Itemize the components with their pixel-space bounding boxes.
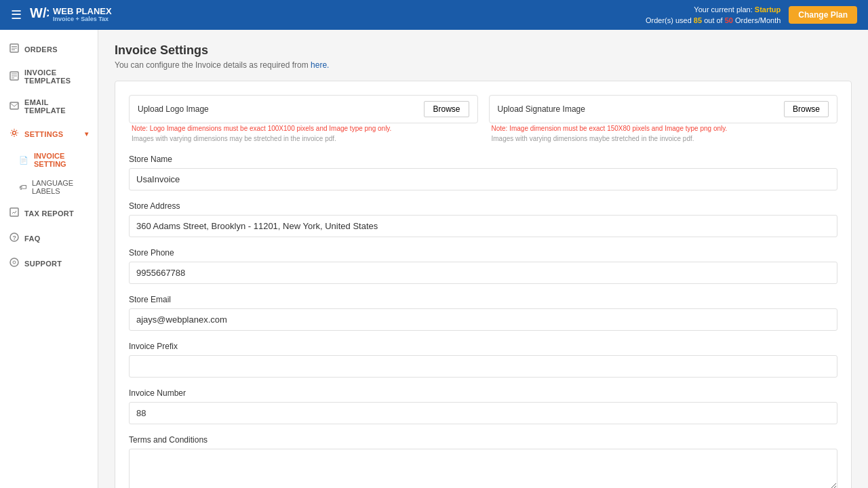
email-template-icon [9, 101, 19, 113]
browse-signature-button[interactable]: Browse [784, 101, 829, 117]
store-name-input[interactable] [129, 168, 837, 190]
store-address-input[interactable] [129, 215, 837, 237]
logo-upload-box: Upload Logo Image Browse [129, 95, 478, 123]
logo-note-red: Note: Logo Image dimensions must be exac… [132, 125, 391, 132]
faq-label: FAQ [24, 235, 41, 243]
layout: ORDERS INVOICE TEMPLATES EMAIL TEMPLATE … [0, 30, 868, 488]
logo-upload-note: Note: Logo Image dimensions must be exac… [129, 123, 478, 144]
store-email-input[interactable] [129, 308, 837, 331]
settings-label: SETTINGS [24, 130, 63, 138]
invoice-templates-label: INVOICE TEMPLATES [24, 68, 88, 85]
page-subtitle: You can configure the Invoice details as… [115, 60, 852, 70]
logo-upload-label: Upload Logo Image [138, 104, 209, 114]
signature-upload-box: Upload Signature Image Browse [489, 95, 838, 123]
orders-label: Order(s) used [646, 16, 692, 24]
orders-out-of: out of [704, 16, 723, 24]
store-phone-input[interactable] [129, 262, 837, 284]
sidebar-subitem-language-labels[interactable]: 🏷 LANGUAGE LABELS [0, 174, 98, 201]
orders-icon [9, 43, 19, 55]
invoice-prefix-group: Invoice Prefix [129, 342, 837, 378]
settings-icon [9, 128, 19, 140]
logo-upload-section: Upload Logo Image Browse Note: Logo Imag… [129, 95, 478, 144]
language-labels-label: LANGUAGE LABELS [32, 179, 88, 195]
logo: W/> WEB PLANEX Invoice + Sales Tax [30, 4, 112, 26]
invoice-number-label: Invoice Number [129, 388, 837, 398]
orders-used: 85 [694, 16, 702, 24]
terms-conditions-label: Terms and Conditions [129, 435, 837, 445]
logo-text-top: WEB PLANEX [53, 7, 112, 16]
svg-text:?: ? [13, 235, 17, 241]
store-address-label: Store Address [129, 201, 837, 211]
page-title: Invoice Settings [115, 43, 852, 58]
store-name-label: Store Name [129, 155, 837, 164]
store-email-group: Store Email [129, 295, 837, 331]
logo-icon: W/> [30, 4, 49, 26]
upload-row: Upload Logo Image Browse Note: Logo Imag… [129, 95, 837, 144]
plan-info: Your current plan: Startup Order(s) used… [646, 4, 781, 26]
signature-upload-section: Upload Signature Image Browse Note: Imag… [489, 95, 838, 144]
svg-point-14 [10, 258, 18, 266]
support-icon [9, 258, 19, 269]
support-label: SUPPORT [24, 260, 62, 268]
signature-upload-label: Upload Signature Image [498, 104, 585, 114]
sidebar-item-email-template[interactable]: EMAIL TEMPLATE [0, 92, 98, 121]
sidebar-item-tax-report[interactable]: TAX REPORT [0, 201, 98, 226]
header-right: Your current plan: Startup Order(s) used… [646, 4, 857, 26]
logo-text-bottom: Invoice + Sales Tax [53, 16, 112, 23]
top-header: ☰ W/> WEB PLANEX Invoice + Sales Tax You… [0, 0, 868, 30]
main-content: Invoice Settings You can configure the I… [98, 30, 868, 488]
change-plan-button[interactable]: Change Plan [789, 6, 857, 24]
invoice-prefix-input[interactable] [129, 355, 837, 378]
tax-report-label: TAX REPORT [24, 209, 74, 218]
invoice-setting-label: INVOICE SETTING [34, 152, 88, 168]
faq-icon: ? [9, 232, 19, 244]
store-name-group: Store Name [129, 155, 837, 190]
orders-total: 50 [725, 16, 733, 24]
sidebar-item-invoice-templates[interactable]: INVOICE TEMPLATES [0, 62, 98, 92]
invoice-number-group: Invoice Number [129, 388, 837, 424]
sidebar-item-support[interactable]: SUPPORT [0, 251, 98, 276]
email-template-label: EMAIL TEMPLATE [24, 98, 88, 115]
plan-label: Your current plan: [694, 5, 752, 14]
browse-logo-button[interactable]: Browse [424, 101, 469, 117]
hamburger-menu[interactable]: ☰ [11, 7, 22, 22]
invoice-templates-icon [9, 71, 19, 83]
sidebar: ORDERS INVOICE TEMPLATES EMAIL TEMPLATE … [0, 30, 98, 488]
store-phone-label: Store Phone [129, 248, 837, 258]
tax-report-icon [9, 207, 19, 219]
logo-note-gray: Images with varying dimensions may be st… [132, 135, 336, 142]
settings-submenu: 📄 INVOICE SETTING 🏷 LANGUAGE LABELS [0, 146, 98, 201]
header-left: ☰ W/> WEB PLANEX Invoice + Sales Tax [11, 4, 112, 26]
settings-chevron: ▾ [85, 130, 88, 138]
signature-note-gray: Images with varying dimensions maybe str… [492, 135, 694, 142]
signature-note-red: Note: Image dimension must be exact 150X… [492, 125, 728, 132]
store-address-group: Store Address [129, 201, 837, 237]
svg-point-15 [13, 261, 16, 264]
sidebar-item-orders[interactable]: ORDERS [0, 37, 98, 62]
language-labels-icon: 🏷 [19, 183, 26, 191]
svg-point-10 [13, 131, 16, 135]
here-link[interactable]: here. [311, 60, 329, 70]
terms-conditions-input[interactable] [129, 449, 837, 488]
invoice-settings-card: Upload Logo Image Browse Note: Logo Imag… [115, 81, 852, 488]
orders-unit: Orders/Month [735, 16, 781, 24]
store-email-label: Store Email [129, 295, 837, 304]
svg-rect-9 [10, 102, 18, 109]
svg-rect-11 [10, 208, 18, 216]
invoice-number-input[interactable] [129, 402, 837, 424]
store-phone-group: Store Phone [129, 248, 837, 284]
sidebar-item-faq[interactable]: ? FAQ [0, 226, 98, 251]
sidebar-subitem-invoice-setting[interactable]: 📄 INVOICE SETTING [0, 146, 98, 174]
terms-conditions-group: Terms and Conditions [129, 435, 837, 488]
invoice-prefix-label: Invoice Prefix [129, 342, 837, 351]
plan-name: Startup [755, 5, 781, 14]
invoice-setting-icon: 📄 [19, 156, 28, 165]
orders-label: ORDERS [24, 45, 58, 54]
signature-upload-note: Note: Image dimension must be exact 150X… [489, 123, 838, 144]
svg-text:W/>: W/> [30, 5, 49, 20]
sidebar-item-settings[interactable]: SETTINGS ▾ [0, 121, 98, 146]
